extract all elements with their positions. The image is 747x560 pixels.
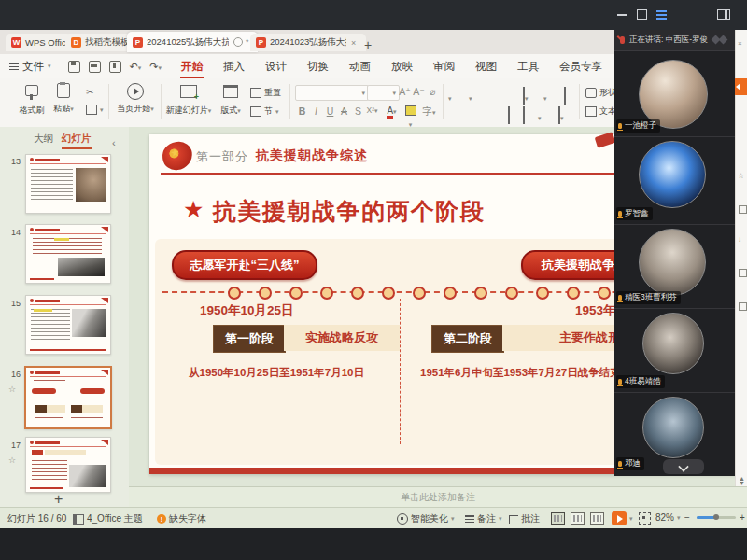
distribute-icon[interactable] bbox=[508, 107, 510, 124]
participant-avatar[interactable] bbox=[639, 60, 708, 129]
participant-avatar[interactable] bbox=[642, 397, 704, 458]
timeline-pill-left[interactable]: 志愿军开赴“三八线” bbox=[172, 250, 317, 280]
menu-transitions[interactable]: 切换 bbox=[297, 54, 339, 78]
slide-thumbnail-15[interactable] bbox=[25, 295, 111, 355]
shadow-button[interactable]: S bbox=[351, 105, 365, 117]
slide-thumbnail-13[interactable] bbox=[25, 154, 111, 214]
decrease-font-button[interactable]: A⁻ bbox=[412, 86, 426, 97]
add-slide-button[interactable]: + bbox=[54, 491, 63, 508]
slide-title[interactable]: 抗美援朝战争的两个阶段 bbox=[213, 196, 486, 227]
reset-button[interactable]: 重置 bbox=[250, 87, 281, 99]
line-spacing-icon[interactable]: ▾ bbox=[543, 88, 547, 105]
theme-indicator[interactable]: 4_Office 主题 bbox=[73, 512, 143, 525]
slide-thumbnail-16-selected[interactable] bbox=[24, 366, 112, 429]
file-menu[interactable]: 文件 ▾ bbox=[0, 60, 59, 74]
menu-insert[interactable]: 插入 bbox=[213, 54, 255, 78]
scrollbar-arrows[interactable]: ▲▼ bbox=[739, 476, 745, 485]
stage2-badge[interactable]: 第二阶段 bbox=[431, 325, 504, 353]
print-icon[interactable] bbox=[89, 61, 101, 73]
image-tools-icon[interactable] bbox=[739, 302, 747, 311]
strikethrough-button[interactable]: A bbox=[337, 105, 351, 117]
tab-slides[interactable]: 幻灯片 bbox=[62, 133, 92, 149]
paste-button[interactable]: 粘贴▾ bbox=[45, 83, 82, 115]
zoom-out-button[interactable]: − bbox=[684, 512, 690, 523]
play-from-current-button[interactable]: 当页开始▾ bbox=[114, 83, 157, 115]
side-panel-toggle-icon[interactable] bbox=[717, 9, 730, 20]
participant-avatar[interactable] bbox=[639, 229, 706, 296]
fit-slide-button[interactable] bbox=[639, 512, 651, 525]
numbering-icon[interactable]: ▾ bbox=[469, 88, 472, 105]
copy-button[interactable]: ▾ bbox=[86, 105, 104, 115]
minimize-icon[interactable] bbox=[617, 14, 627, 16]
stage1-badge[interactable]: 第一阶段 bbox=[213, 325, 286, 353]
missing-fonts-warning[interactable]: ! 缺失字体 bbox=[157, 512, 206, 525]
section-button[interactable]: 节▾ bbox=[250, 105, 279, 118]
notes-pane[interactable]: 单击此处添加备注 bbox=[129, 486, 747, 508]
undo-icon[interactable]: ↶▾ bbox=[130, 61, 142, 73]
highlight-button[interactable]: ▾ bbox=[403, 105, 417, 129]
properties-icon[interactable] bbox=[739, 205, 747, 214]
menu-design[interactable]: 设计 bbox=[255, 54, 297, 78]
cut-button[interactable]: ✂ bbox=[86, 87, 93, 97]
comments-button[interactable]: 批注 bbox=[509, 512, 540, 525]
menu-member[interactable]: 会员专享 bbox=[549, 54, 613, 78]
layout-button[interactable]: 版式▾ bbox=[215, 83, 247, 117]
slide-sorter-view-button[interactable] bbox=[571, 512, 585, 525]
underline-button[interactable]: U bbox=[323, 105, 337, 117]
slide-thumbnail-14[interactable] bbox=[25, 224, 111, 284]
download-icon[interactable]: ↓ bbox=[738, 235, 741, 244]
participant-avatar[interactable] bbox=[639, 141, 706, 208]
participant-avatar[interactable] bbox=[642, 313, 704, 374]
zoom-slider-knob[interactable] bbox=[713, 514, 719, 520]
menu-view[interactable]: 视图 bbox=[465, 54, 507, 78]
normal-view-button[interactable] bbox=[551, 512, 565, 525]
new-tab-button[interactable]: + bbox=[364, 37, 372, 52]
reading-view-button[interactable] bbox=[590, 512, 604, 525]
menu-review[interactable]: 审阅 bbox=[423, 54, 465, 78]
new-slide-button[interactable]: 新建幻灯片▾ bbox=[164, 83, 213, 117]
font-size-combo[interactable]: ▾ bbox=[367, 85, 400, 101]
menu-home[interactable]: 开始 bbox=[171, 54, 213, 78]
text-tool-button[interactable]: 字▾ bbox=[422, 105, 436, 119]
close-tab-icon[interactable]: × bbox=[351, 38, 356, 48]
menu-tools[interactable]: 工具 bbox=[507, 54, 549, 78]
close-pane-icon[interactable]: × bbox=[738, 39, 742, 48]
increase-font-button[interactable]: A⁺ bbox=[398, 86, 412, 97]
redo-icon[interactable]: ↷▾ bbox=[149, 61, 162, 73]
font-family-combo[interactable]: ▾ bbox=[295, 85, 369, 101]
maximize-icon[interactable] bbox=[637, 9, 647, 20]
collapse-sidebar-button[interactable] bbox=[663, 459, 704, 474]
clear-format-button[interactable]: ⌀ bbox=[426, 86, 440, 97]
slideshow-button[interactable]: ▾ bbox=[612, 511, 633, 525]
tab-wps-home[interactable]: W WPS Office bbox=[6, 34, 71, 51]
zoom-slider[interactable] bbox=[697, 516, 736, 519]
paragraph-settings-icon[interactable]: ▾ bbox=[558, 107, 564, 124]
beautify-button[interactable]: 智能美化▾ bbox=[397, 512, 455, 525]
tab-docer-templates[interactable]: D 找稻壳模板 bbox=[65, 34, 133, 51]
text-direction-icon[interactable]: ▾ bbox=[523, 88, 529, 105]
bold-button[interactable]: B bbox=[295, 105, 309, 117]
bullets-icon[interactable]: ▾ bbox=[448, 88, 452, 105]
superscript-button[interactable]: X²▾ bbox=[365, 105, 379, 115]
favorite-icon[interactable]: ☆ bbox=[738, 172, 744, 180]
italic-button[interactable]: I bbox=[309, 105, 323, 117]
zoom-level[interactable]: 82%▾ bbox=[655, 512, 681, 523]
menu-animations[interactable]: 动画 bbox=[339, 54, 381, 78]
save-icon[interactable] bbox=[68, 61, 80, 73]
edit-tools-icon[interactable] bbox=[739, 269, 747, 277]
list-level-icon[interactable]: ▾ bbox=[538, 107, 542, 124]
columns-icon[interactable] bbox=[564, 88, 566, 105]
slide-thumbnail-17[interactable] bbox=[25, 437, 111, 493]
collapse-panel-icon[interactable]: ‹ bbox=[112, 137, 116, 148]
notes-button[interactable]: 备注▾ bbox=[465, 512, 502, 525]
tab-outline[interactable]: 大纲 bbox=[34, 133, 53, 146]
tab-document-2[interactable]: P 20241023弘扬伟大抗美援朝精神 × bbox=[250, 34, 366, 51]
stage1-description[interactable]: 实施战略反攻 bbox=[284, 325, 400, 351]
menu-slideshow[interactable]: 放映 bbox=[381, 54, 423, 78]
shrink-text-icon[interactable] bbox=[523, 107, 525, 124]
font-color-button[interactable]: A▾ bbox=[385, 105, 399, 116]
zoom-in-button[interactable]: + bbox=[740, 512, 745, 523]
tab-document-active[interactable]: P 20241025弘扬伟大抗美援朝精 * bbox=[127, 32, 258, 52]
export-icon[interactable] bbox=[109, 61, 121, 73]
gallery-view-icon[interactable] bbox=[656, 10, 667, 20]
